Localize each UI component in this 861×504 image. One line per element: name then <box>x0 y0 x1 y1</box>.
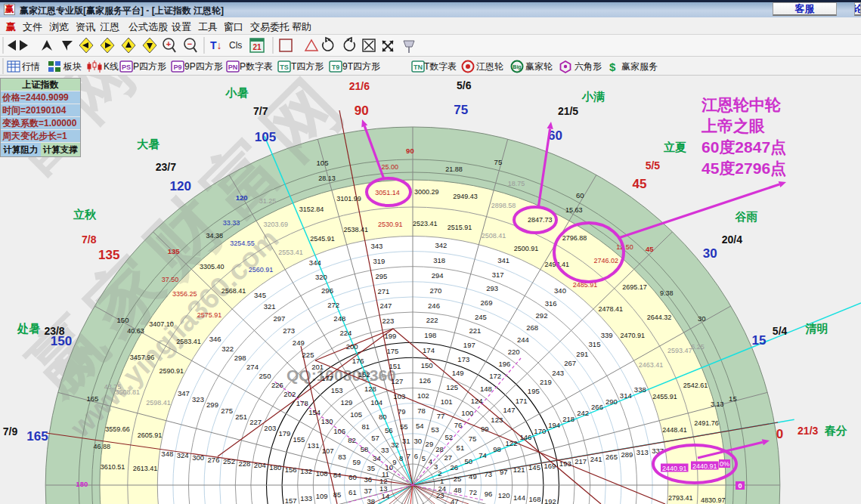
svg-text:135: 135 <box>168 247 181 255</box>
svg-text:2847.73: 2847.73 <box>528 216 553 224</box>
svg-text:96: 96 <box>485 490 493 498</box>
svg-text:2898.58: 2898.58 <box>491 202 516 209</box>
svg-text:97: 97 <box>500 468 508 476</box>
svg-text:37.50: 37.50 <box>162 276 179 283</box>
svg-text:45: 45 <box>646 245 654 253</box>
svg-text:228: 228 <box>238 459 250 468</box>
svg-text:297: 297 <box>273 314 285 323</box>
svg-text:PS: PS <box>122 63 131 71</box>
svg-text:3356.25: 3356.25 <box>172 290 197 298</box>
svg-text:46.88: 46.88 <box>93 443 110 450</box>
svg-text:275: 275 <box>221 407 233 415</box>
svg-text:2470.91: 2470.91 <box>621 332 646 339</box>
svg-text:2746.02: 2746.02 <box>594 257 619 264</box>
svg-text:P9: P9 <box>173 63 181 71</box>
svg-text:103: 103 <box>393 392 405 400</box>
svg-text:52: 52 <box>445 433 454 441</box>
svg-text:六角形: 六角形 <box>575 61 602 72</box>
svg-text:TN: TN <box>413 63 423 71</box>
svg-text:218: 218 <box>562 415 575 423</box>
svg-text:29: 29 <box>426 440 434 448</box>
svg-text:145: 145 <box>528 463 540 472</box>
svg-text:2644.32: 2644.32 <box>647 314 672 321</box>
svg-text:199: 199 <box>384 332 396 340</box>
svg-text:175: 175 <box>386 347 398 355</box>
svg-text:清明: 清明 <box>805 322 828 335</box>
svg-text:23/7: 23/7 <box>156 161 176 173</box>
svg-text:133: 133 <box>300 494 312 502</box>
svg-text:198: 198 <box>424 331 436 339</box>
svg-text:195: 195 <box>528 387 540 395</box>
svg-text:48: 48 <box>454 486 462 494</box>
svg-text:31.25: 31.25 <box>259 197 277 205</box>
svg-text:268: 268 <box>526 323 538 332</box>
svg-text:2455.91: 2455.91 <box>652 393 677 400</box>
svg-text:43.75: 43.75 <box>104 383 122 391</box>
svg-text:122: 122 <box>506 439 518 447</box>
svg-text:317: 317 <box>492 271 504 279</box>
svg-text:9T四方形: 9T四方形 <box>342 61 380 72</box>
svg-text:151: 151 <box>389 362 401 370</box>
svg-text:板块: 板块 <box>63 61 82 72</box>
svg-text:340: 340 <box>554 286 566 295</box>
svg-text:53: 53 <box>431 425 439 434</box>
svg-text:178: 178 <box>296 399 308 407</box>
svg-text:3.13: 3.13 <box>711 400 724 408</box>
svg-text:169: 169 <box>544 462 556 470</box>
svg-text:203: 203 <box>264 424 276 432</box>
svg-text:105: 105 <box>317 159 329 167</box>
svg-text:34.38: 34.38 <box>206 232 224 240</box>
svg-text:319: 319 <box>373 257 385 265</box>
svg-text:147: 147 <box>503 406 516 414</box>
svg-text:56: 56 <box>385 426 393 434</box>
svg-text:80: 80 <box>379 413 387 421</box>
svg-text:谷雨: 谷雨 <box>734 210 757 223</box>
svg-text:180: 180 <box>76 480 88 488</box>
svg-text:21/5: 21/5 <box>558 105 578 117</box>
svg-text:75: 75 <box>494 158 503 166</box>
svg-text:241: 241 <box>590 455 602 463</box>
svg-text:2440.91: 2440.91 <box>692 462 717 470</box>
svg-text:345: 345 <box>254 291 266 299</box>
svg-text:204: 204 <box>254 461 266 469</box>
svg-text:192: 192 <box>544 497 556 504</box>
svg-text:225: 225 <box>302 351 314 359</box>
svg-text:Big: Big <box>513 64 521 70</box>
svg-text:170: 170 <box>534 427 546 435</box>
svg-text:2793.41: 2793.41 <box>668 494 693 502</box>
svg-text:+: + <box>166 39 171 48</box>
svg-text:83: 83 <box>338 453 346 461</box>
svg-text:105: 105 <box>255 130 276 144</box>
svg-text:30: 30 <box>414 437 423 445</box>
svg-text:T四方形: T四方形 <box>291 61 324 72</box>
svg-text:23/8: 23/8 <box>44 325 64 337</box>
svg-text:赢家轮: 赢家轮 <box>525 61 553 72</box>
svg-text:小暑: 小暑 <box>225 86 249 99</box>
svg-text:298: 298 <box>234 354 246 362</box>
svg-text:2500.91: 2500.91 <box>514 245 539 252</box>
svg-text:193: 193 <box>559 459 571 468</box>
svg-text:33: 33 <box>381 446 389 454</box>
svg-text:202: 202 <box>283 390 296 398</box>
svg-text:144: 144 <box>513 493 525 502</box>
svg-text:196: 196 <box>498 360 510 368</box>
svg-text:PN: PN <box>228 63 238 71</box>
svg-text:79: 79 <box>398 407 406 416</box>
svg-text:0: 0 <box>776 427 783 441</box>
svg-text:120: 120 <box>170 179 191 193</box>
svg-text:294: 294 <box>432 271 444 280</box>
svg-text:316: 316 <box>545 299 557 308</box>
svg-text:171: 171 <box>516 397 528 405</box>
svg-text:9.38: 9.38 <box>660 289 674 297</box>
svg-text:32: 32 <box>391 441 399 449</box>
svg-text:59: 59 <box>352 458 361 466</box>
svg-text:61: 61 <box>348 488 357 496</box>
svg-text:Cls: Cls <box>229 40 242 51</box>
svg-text:3305.40: 3305.40 <box>200 263 225 271</box>
svg-text:3: 3 <box>434 462 438 471</box>
svg-text:0%: 0% <box>720 460 729 468</box>
svg-text:248: 248 <box>333 314 345 323</box>
svg-text:249: 249 <box>293 339 305 347</box>
svg-text:3101.99: 3101.99 <box>336 195 361 203</box>
svg-text:小满: 小满 <box>581 90 605 103</box>
